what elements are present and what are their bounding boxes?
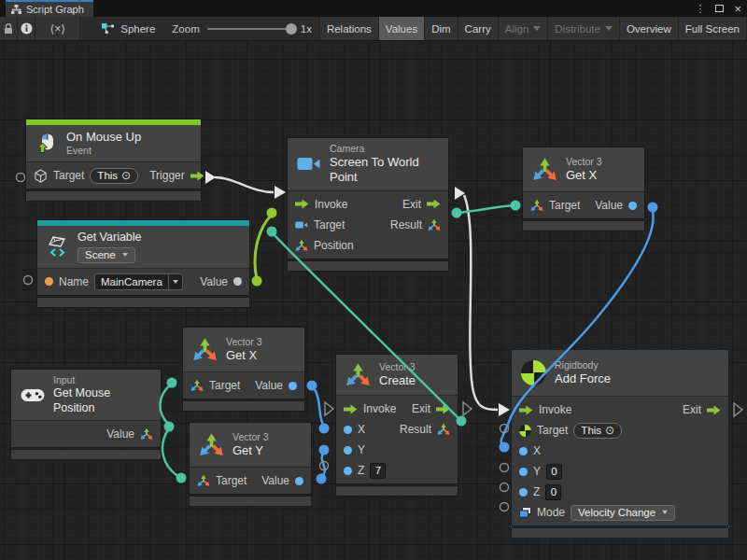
target-circle-icon: ⊙ (121, 170, 131, 181)
toolbar-button-overview[interactable]: Overview (620, 17, 679, 40)
float-port-icon[interactable] (295, 477, 303, 485)
node-vector3-create[interactable]: Vector 3 Create Invoke Exit X (336, 355, 458, 496)
float-port-icon[interactable] (344, 467, 352, 475)
vector3-port-icon[interactable] (197, 474, 210, 487)
port-label-target: Target (209, 379, 240, 392)
port-row-value: Value (11, 424, 161, 444)
float-port-icon[interactable] (289, 382, 297, 390)
vector3-port-icon[interactable] (437, 423, 450, 436)
y-value-input[interactable]: 0 (546, 464, 562, 480)
vector3-port-icon[interactable] (530, 199, 543, 212)
mode-dropdown[interactable]: Velocity Change (571, 505, 675, 521)
flow-arrow-icon[interactable] (190, 171, 204, 181)
zoom-slider[interactable] (207, 28, 293, 30)
node-vector3-get-y[interactable]: Vector 3 Get Y Target Value (190, 423, 311, 506)
chevron-down-icon (533, 26, 541, 31)
port-row-mode: Mode Velocity Change (512, 502, 728, 523)
lock-icon (4, 23, 13, 35)
vector3-port-icon[interactable] (295, 239, 308, 252)
toolbar-button-full-screen[interactable]: Full Screen (679, 17, 747, 40)
port-label-exit: Exit (412, 402, 430, 415)
toolbar-button-distribute[interactable]: Distribute (548, 17, 620, 40)
port-label-target: Target (549, 199, 580, 212)
node-footer (11, 450, 161, 459)
float-port-icon[interactable] (519, 447, 528, 455)
node-get-mouse-position[interactable]: Input Get Mouse Position Value (11, 370, 161, 459)
vector3-port-icon[interactable] (190, 379, 204, 392)
graph-canvas[interactable]: On Mouse Up Event Target This⊙ (0, 41, 747, 560)
node-footer (190, 497, 311, 506)
node-vector3-get-x-right[interactable]: Vector 3 Get X Target Value (523, 147, 644, 231)
lock-button[interactable] (0, 17, 18, 40)
zoom-slider-handle[interactable] (286, 23, 297, 35)
port-label-x: X (358, 423, 365, 436)
kebab-menu-icon[interactable]: ⋮ (695, 4, 705, 14)
float-port-icon[interactable] (344, 446, 352, 455)
target-self-chip[interactable]: This⊙ (90, 168, 138, 184)
target-circle-icon: ⊙ (605, 425, 614, 436)
vector3-icon (532, 157, 557, 182)
graph-toolbar: ⟨×⟩ Sphere Zoom 1x Relations Values Dim … (0, 17, 747, 41)
node-on-mouse-up[interactable]: On Mouse Up Event Target This⊙ (26, 119, 201, 201)
port-row-x-result: X Result (336, 419, 458, 440)
port-label-invoke: Invoke (539, 403, 571, 416)
rigidbody-mini-icon[interactable] (519, 425, 531, 437)
toolbar-button-dim[interactable]: Dim (425, 17, 458, 40)
port-row-z: Z 0 (512, 482, 728, 502)
port-label-value: Value (595, 199, 623, 212)
float-port-icon[interactable] (519, 488, 528, 497)
toolbar-button-carry[interactable]: Carry (458, 17, 499, 40)
port-row-invoke-exit: Invoke Exit (336, 399, 458, 419)
flow-arrow-icon[interactable] (436, 404, 450, 414)
mouse-up-icon (35, 133, 58, 155)
port-label-x: X (533, 444, 541, 457)
z-value-input[interactable]: 7 (370, 463, 386, 479)
toolbar-button-relations[interactable]: Relations (319, 17, 379, 40)
variable-name-dropdown[interactable]: MainCamera (94, 273, 183, 290)
float-port-icon[interactable] (628, 202, 637, 210)
float-port-icon[interactable] (344, 426, 352, 434)
node-category: Vector 3 (233, 431, 269, 443)
close-icon[interactable]: × (734, 3, 741, 15)
port-label-target: Target (216, 474, 247, 487)
port-label-value: Value (200, 275, 228, 288)
inspector-button[interactable] (18, 17, 35, 40)
flow-arrow-icon[interactable] (707, 405, 721, 415)
flow-arrow-icon[interactable] (519, 405, 533, 415)
node-add-force[interactable]: Rigidbody Add Force Invoke Exit (512, 350, 728, 538)
port-label-exit: Exit (402, 198, 421, 211)
enum-port-icon[interactable] (519, 507, 531, 518)
gamepad-icon (21, 388, 45, 402)
toolbar-button-align[interactable]: Align (499, 17, 549, 40)
vector3-port-icon[interactable] (140, 427, 153, 441)
chevron-down-icon (122, 253, 128, 257)
z-value-input[interactable]: 0 (545, 484, 561, 500)
port-row-invoke-exit: Invoke Exit (512, 399, 728, 420)
node-screen-to-world-point[interactable]: Camera Screen To World Point Invoke Exit (288, 138, 448, 271)
toolbar-button-values[interactable]: Values (379, 17, 425, 40)
port-row-target-result: Target Result (288, 215, 448, 235)
vector3-port-icon[interactable] (428, 218, 441, 231)
node-category: Input (53, 374, 151, 386)
zoom-to-fit-button[interactable]: ⟨×⟩ (35, 17, 80, 40)
node-title: Get X (566, 168, 602, 183)
node-vector3-get-x-mid[interactable]: Vector 3 Get X Target Value (183, 328, 304, 411)
flow-arrow-icon[interactable] (295, 199, 309, 209)
variable-icon (47, 235, 69, 258)
target-self-chip[interactable]: This⊙ (573, 423, 622, 439)
value-port-icon[interactable] (233, 277, 242, 286)
flow-arrow-icon[interactable] (344, 404, 358, 414)
chevron-down-icon (662, 511, 668, 514)
variable-scope-dropdown[interactable]: Scene (78, 247, 135, 263)
node-get-variable[interactable]: Get Variable Scene Name MainCamera (37, 220, 249, 307)
maximize-icon[interactable] (715, 5, 724, 12)
node-footer (336, 486, 458, 496)
camera-mini-icon[interactable] (295, 220, 308, 230)
node-footer (183, 401, 304, 411)
float-port-icon[interactable] (519, 468, 528, 476)
string-port-icon[interactable] (45, 277, 53, 286)
port-row-target: Target This⊙ (512, 420, 728, 441)
tab-script-graph[interactable]: Script Graph (6, 0, 93, 17)
node-category: Rigidbody (555, 359, 611, 371)
flow-arrow-icon[interactable] (427, 199, 441, 209)
